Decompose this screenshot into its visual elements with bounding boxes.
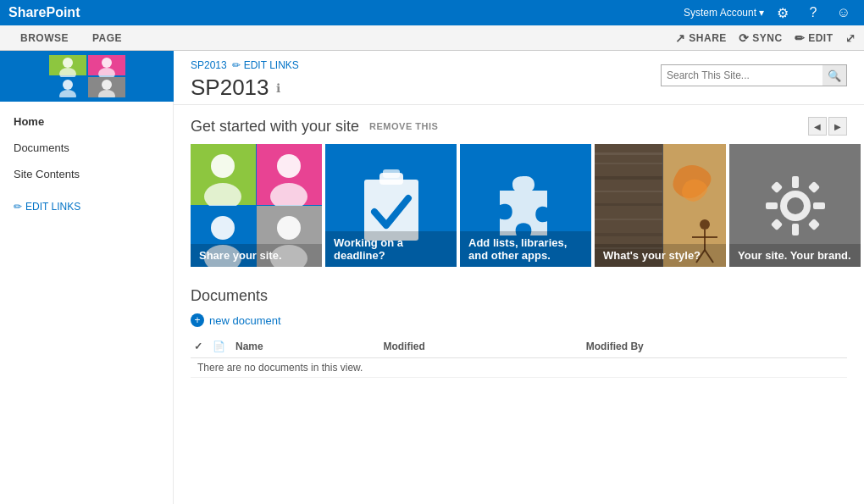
info-icon[interactable]: ℹ [276,81,280,95]
sidebar-item-site-contents[interactable]: Site Contents [0,161,173,187]
no-docs-row: There are no documents in this view. [191,358,847,378]
svg-rect-51 [807,218,819,230]
share-icon: ↗ [675,31,686,45]
help-icon[interactable]: ? [801,1,825,25]
sidebar-item-home[interactable]: Home [0,108,173,135]
svg-point-16 [277,154,301,178]
documents-table: ✓ 📄 Name Modified Modified By There are … [191,337,847,378]
tile-apps-label: Add lists, libraries, and other apps. [460,231,591,267]
svg-rect-44 [792,176,799,188]
sharepoint-logo[interactable]: SharePoint [8,5,80,20]
sync-icon: ⟳ [739,31,750,45]
svg-rect-47 [813,202,825,209]
edit-links-label: EDIT LINKS [25,201,80,213]
svg-rect-49 [807,180,819,192]
svg-point-43 [787,197,804,214]
sidebar: Home Documents Site Contents ✏ EDIT LINK… [0,51,174,504]
sync-label: SYNC [752,32,782,44]
documents-title: Documents [191,287,847,305]
sidebar-item-documents[interactable]: Documents [0,135,173,161]
tile-share-label: Share your site. [191,244,322,267]
svg-point-37 [700,219,710,230]
tile-deadline[interactable]: Working on a deadline? [325,144,457,267]
share-action[interactable]: ↗ SHARE [675,31,727,45]
main-layout: Home Documents Site Contents ✏ EDIT LINK… [0,51,864,504]
carousel-next-button[interactable]: ▶ [828,117,847,136]
carousel-prev-button[interactable]: ◀ [808,117,827,136]
settings-icon[interactable]: ⚙ [771,1,795,25]
get-started-header: Get started with your site REMOVE THIS ◀… [191,117,847,136]
svg-point-22 [277,216,301,240]
tile-brand-label: Your site. Your brand. [729,244,861,267]
ribbon-actions: ↗ SHARE ⟳ SYNC ✏ EDIT ⤢ [675,31,856,45]
pencil-icon-header: ✏ [232,59,241,71]
svg-rect-46 [766,202,778,209]
svg-point-7 [63,80,73,90]
plus-circle-icon: + [191,313,204,327]
svg-rect-31 [595,191,662,192]
page-title: SP2013 [191,75,269,101]
col-modified[interactable]: Modified [379,337,582,358]
focus-icon: ⤢ [845,31,856,45]
no-docs-message: There are no documents in this view. [191,358,847,378]
sync-action[interactable]: ⟳ SYNC [739,31,783,45]
tile-brand[interactable]: Your site. Your brand. [729,144,861,267]
svg-point-10 [102,80,112,90]
tile-share-site[interactable]: Share your site. [191,144,322,267]
svg-rect-29 [595,163,662,164]
tile-brand-graphic [757,168,834,244]
documents-section: Documents + new document ✓ 📄 Name Modifi… [174,275,864,390]
svg-rect-30 [595,176,662,180]
get-started-section: Get started with your site REMOVE THIS ◀… [174,105,864,275]
pencil-icon: ✏ [14,201,22,213]
ribbon-bar: BROWSE PAGE ↗ SHARE ⟳ SYNC ✏ EDIT ⤢ [0,25,864,51]
svg-rect-33 [595,219,662,220]
svg-rect-50 [770,218,782,230]
new-document-label: new document [209,314,281,327]
nav-items: Home Documents Site Contents ✏ EDIT LINK… [0,102,173,226]
page-title-row: SP2013 ℹ [191,75,299,101]
svg-point-4 [102,58,112,68]
edit-action[interactable]: ✏ EDIT [795,31,834,45]
new-document-link[interactable]: + new document [191,313,847,327]
remove-this-button[interactable]: REMOVE THIS [369,121,438,131]
carousel-controls: ◀ ▶ [808,117,847,136]
search-button[interactable]: 🔍 [822,65,846,86]
col-name[interactable]: Name [232,337,379,358]
focus-action[interactable]: ⤢ [845,31,856,45]
svg-point-13 [211,154,235,178]
search-box: 🔍 [661,64,847,86]
breadcrumb-row: SP2013 ✏ EDIT LINKS [191,59,299,71]
site-logo[interactable] [0,51,174,102]
content-header: SP2013 ✏ EDIT LINKS SP2013 ℹ 🔍 [174,51,864,105]
edit-icon: ✏ [795,31,806,45]
tab-browse[interactable]: BROWSE [8,25,80,51]
edit-label: EDIT [808,32,833,44]
search-input[interactable] [662,68,822,83]
tile-apps[interactable]: Add lists, libraries, and other apps. [460,144,591,267]
edit-links-header-label: EDIT LINKS [244,59,299,71]
content-area: SP2013 ✏ EDIT LINKS SP2013 ℹ 🔍 Get st [174,51,864,504]
svg-rect-26 [383,169,400,178]
tile-style[interactable]: What's your style? [595,144,726,267]
svg-rect-32 [595,203,662,206]
tab-page[interactable]: PAGE [80,25,134,51]
sidebar-edit-links[interactable]: ✏ EDIT LINKS [0,194,173,219]
system-account-button[interactable]: System Account ▾ [684,7,764,19]
user-icon[interactable]: ☺ [832,1,856,25]
col-file-icon: 📄 [209,337,232,358]
dropdown-arrow-icon: ▾ [759,7,764,19]
svg-rect-28 [595,152,662,155]
top-bar: SharePoint System Account ▾ ⚙ ? ☺ [0,0,864,25]
svg-rect-48 [770,180,782,192]
svg-point-1 [63,58,73,68]
breadcrumb-link[interactable]: SP2013 [191,59,227,71]
tile-deadline-label: Working on a deadline? [325,231,457,267]
ribbon-tabs: BROWSE PAGE [8,25,134,51]
top-bar-right: System Account ▾ ⚙ ? ☺ [684,1,856,25]
system-account-label: System Account [684,7,756,19]
svg-point-19 [211,216,235,240]
edit-links-header[interactable]: ✏ EDIT LINKS [232,59,299,71]
tiles-row: Share your site. [191,144,847,267]
col-modified-by[interactable]: Modified By [583,337,847,358]
